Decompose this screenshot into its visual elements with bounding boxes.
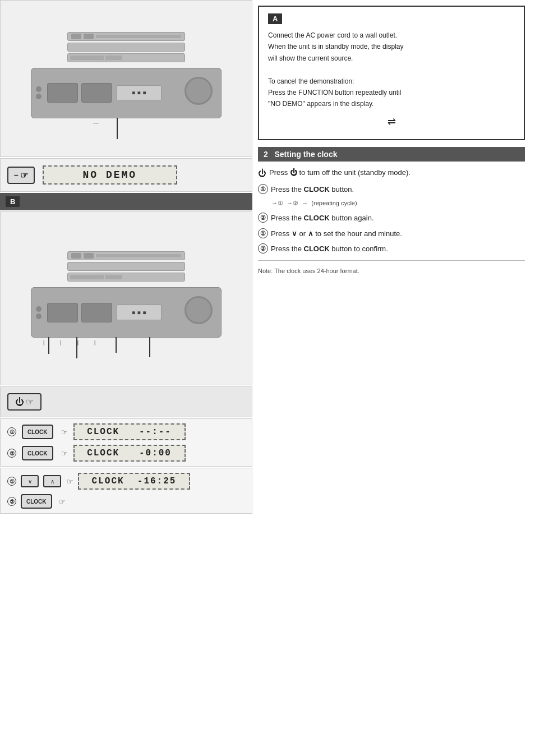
- time-set-row-2: ② CLOCK ☞: [7, 494, 245, 509]
- clock-display-3: CLOCK -16:25: [78, 473, 190, 490]
- clock-row-2: ② CLOCK ☞ CLOCK -0:00: [7, 445, 245, 462]
- hand-3: ☞: [67, 477, 73, 486]
- demo-step-row: – NO DEMO: [0, 158, 252, 192]
- step-1-flow: →① →② → (repeating cycle): [271, 198, 525, 209]
- clock-button-1[interactable]: CLOCK: [22, 425, 53, 439]
- step-clock-1: ① Press the CLOCK button. →① →② → (repea…: [258, 184, 525, 208]
- step-clock-2: ② Press the CLOCK button again.: [258, 213, 525, 224]
- step-confirm: ② Press the CLOCK button to confirm.: [258, 243, 525, 255]
- power-icon: ⏻: [15, 397, 24, 407]
- right-column: A Connect the AC power cord to a wall ou…: [252, 0, 535, 756]
- b-pointer-labels: ||||: [31, 340, 222, 345]
- section-b-label: B: [6, 196, 20, 207]
- box-a-line-5: Press the FUNCTION button repeatedly unt…: [268, 87, 515, 98]
- time-set-rows: ① ∨ ∧ ☞ CLOCK -16:25 ② CLOCK ☞: [0, 468, 252, 514]
- circle-4: ②: [7, 497, 16, 506]
- step-power-icon: ⏻: [258, 167, 266, 180]
- pointer-label-a: —: [93, 119, 99, 126]
- section-a-illustration: ■ ■ ■ —: [0, 0, 252, 157]
- section-b-illustration: ■ ■ ■ ||||: [0, 211, 252, 385]
- minus-button[interactable]: –: [7, 167, 35, 184]
- hand-2: ☞: [61, 449, 68, 458]
- step-adjust: ① Press ∨ or ∧ to set the hour and minut…: [258, 228, 525, 239]
- step-circle-1: ①: [258, 184, 268, 194]
- section-b-header: B: [0, 193, 252, 210]
- left-column: ■ ■ ■ — – NO DEMO B: [0, 0, 252, 756]
- demo-display: NO DEMO: [43, 165, 177, 185]
- box-a: A Connect the AC power cord to a wall ou…: [258, 6, 525, 140]
- clock-display-2: CLOCK -0:00: [73, 445, 186, 462]
- clock-button-2[interactable]: CLOCK: [22, 446, 53, 460]
- box-a-line-1: Connect the AC power cord to a wall outl…: [268, 30, 515, 41]
- box-a-arrow: ⇌: [268, 116, 515, 128]
- step-1-text: Press the CLOCK button.: [271, 184, 354, 195]
- step-4-text: Press the CLOCK button to confirm.: [271, 243, 388, 255]
- box-a-line-2: When the unit is in standby mode, the di…: [268, 41, 515, 52]
- step-power-off: ⏻ Press ⏻ to turn off the unit (standby …: [258, 167, 525, 180]
- step-power-text: Press ⏻ to turn off the unit (standby mo…: [269, 167, 411, 178]
- box-a-content: Connect the AC power cord to a wall outl…: [268, 30, 515, 110]
- hand-4: ☞: [59, 497, 66, 506]
- box-a-label: A: [268, 13, 282, 24]
- time-set-row-1: ① ∨ ∧ ☞ CLOCK -16:25: [7, 473, 245, 490]
- up-button[interactable]: ∧: [43, 475, 61, 487]
- circle-3: ①: [7, 477, 16, 486]
- box-a-line-3: will show the current source.: [268, 53, 515, 64]
- section-2-header: 2 Setting the clock: [258, 147, 525, 162]
- step-3-text: Press ∨ or ∧ to set the hour and minute.: [271, 228, 402, 239]
- box-a-line-6: "NO DEMO" appears in the display.: [268, 98, 515, 109]
- step-circle-2: ②: [258, 213, 268, 223]
- step-2-text: Press the CLOCK button again.: [271, 213, 374, 224]
- divider: [258, 260, 525, 261]
- circle-2: ②: [7, 449, 16, 458]
- box-a-line-4: To cancel the demonstration:: [268, 76, 515, 87]
- clock-row-1: ① CLOCK ☞ CLOCK --:--: [7, 423, 245, 440]
- clock-display-1: CLOCK --:--: [73, 423, 186, 440]
- circle-1: ①: [7, 427, 16, 436]
- power-button[interactable]: ⏻: [7, 393, 41, 411]
- clock-display-rows: ① CLOCK ☞ CLOCK --:-- ② CLOCK ☞ CLOCK -0…: [0, 418, 252, 467]
- section-2-title: Setting the clock: [274, 150, 337, 159]
- clock-button-3[interactable]: CLOCK: [21, 494, 52, 509]
- step-circle-4: ②: [258, 243, 268, 253]
- hand-1: ☞: [61, 428, 68, 436]
- step-circle-3: ①: [258, 228, 268, 238]
- down-button[interactable]: ∨: [21, 475, 39, 487]
- steps-container: ⏻ Press ⏻ to turn off the unit (standby …: [258, 167, 525, 276]
- section-2-label: 2: [264, 150, 268, 159]
- note-text: Note: The clock uses 24-hour format.: [258, 266, 525, 276]
- power-step-row: ⏻: [0, 386, 252, 417]
